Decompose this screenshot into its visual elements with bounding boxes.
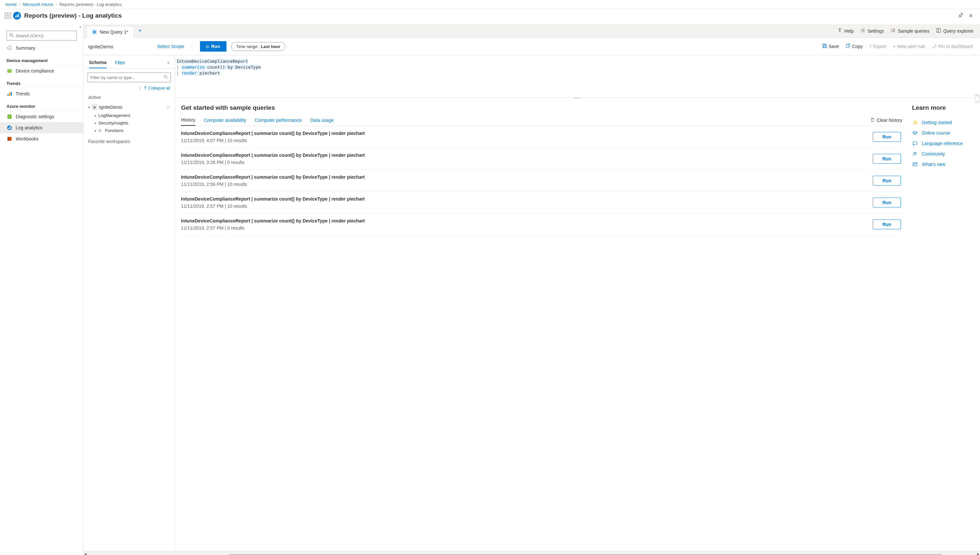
sidebar-item-device-compliance[interactable]: Device compliance xyxy=(0,65,84,77)
sidebar: « ⓘ Summary Device management Device com… xyxy=(0,24,84,555)
diagnostic-icon xyxy=(6,114,13,120)
query-tabs-row: New Query 1* + Help Settings Sample quer… xyxy=(84,24,980,38)
schema-workspace-label: IgniteDemo xyxy=(99,104,122,110)
save-button[interactable]: Save xyxy=(819,42,842,51)
export-button: ⤴Export xyxy=(867,42,889,50)
horizontal-splitter[interactable]: ••• xyxy=(175,96,980,99)
svg-rect-7 xyxy=(8,71,11,72)
learn-whats-new[interactable]: What's new xyxy=(912,159,976,170)
sidebar-search[interactable] xyxy=(6,31,77,40)
settings-button[interactable]: Settings xyxy=(857,26,887,36)
copy-button[interactable]: Copy xyxy=(843,42,865,51)
editor-pipe: | xyxy=(177,71,182,75)
gear-icon xyxy=(860,28,866,34)
history-run-button[interactable]: Run xyxy=(873,176,901,186)
sidebar-item-label: Device compliance xyxy=(16,68,54,74)
schema-child-securityinsights[interactable]: ▸SecurityInsights xyxy=(84,119,175,127)
learn-more-heading: Learn more xyxy=(912,104,976,111)
history-run-button[interactable]: Run xyxy=(873,197,901,207)
caret-right-icon: ▸ xyxy=(95,114,96,117)
schema-child-label: Functions xyxy=(105,128,123,133)
caret-right-icon: ▸ xyxy=(95,121,96,125)
collapse-all-link[interactable]: ⎸⤒ Collapse all xyxy=(140,86,170,90)
tab-schema[interactable]: Schema xyxy=(89,57,106,68)
scroll-right-icon[interactable]: ▶ xyxy=(977,552,979,555)
settings-label: Settings xyxy=(868,29,884,34)
toolbar: IgniteDemo Select Scope Run Time range :… xyxy=(84,38,980,55)
history-list[interactable]: IntuneDeviceComplianceReport | summarize… xyxy=(181,126,902,551)
history-meta: 11/11/2019, 2:59 PM | 10 results xyxy=(181,181,868,187)
tab-filter[interactable]: Filter xyxy=(115,58,125,68)
vertical-resize-handle[interactable]: ⌃⌄ xyxy=(975,95,979,103)
time-range-label: Time range : xyxy=(236,44,261,49)
sidebar-item-diagnostic-settings[interactable]: Diagnostic settings xyxy=(0,111,84,122)
export-label: Export xyxy=(873,44,886,49)
sidebar-item-log-analytics[interactable]: Log analytics xyxy=(0,122,84,133)
history-run-button[interactable]: Run xyxy=(873,154,901,164)
breadcrumb-intune[interactable]: Microsoft Intune xyxy=(23,2,53,7)
svg-rect-13 xyxy=(8,128,9,129)
query-explorer-button[interactable]: Query explorer xyxy=(933,26,977,36)
log-analytics-icon xyxy=(13,12,21,19)
run-button[interactable]: Run xyxy=(200,41,227,51)
schema-workspace-node[interactable]: ▾ ▦ IgniteDemo ☆ xyxy=(84,103,175,112)
history-query: IntuneDeviceComplianceReport | summarize… xyxy=(181,152,868,158)
sidebar-item-summary[interactable]: ⓘ Summary xyxy=(0,42,84,54)
select-scope-link[interactable]: Select Scope xyxy=(157,44,184,49)
book-icon xyxy=(837,28,842,34)
learn-community[interactable]: Community xyxy=(912,149,976,159)
star-icon[interactable]: ☆ xyxy=(166,104,170,110)
pin-icon xyxy=(932,44,937,49)
svg-rect-25 xyxy=(937,29,938,32)
learn-language-reference[interactable]: Language reference xyxy=(912,138,976,149)
sidebar-search-input[interactable] xyxy=(16,33,74,38)
help-button[interactable]: Help xyxy=(834,26,857,36)
tab-history[interactable]: History xyxy=(181,115,195,126)
horizontal-scrollbar[interactable]: ◀ ▶ xyxy=(84,551,980,555)
history-run-button[interactable]: Run xyxy=(873,132,901,142)
tab-data-usage[interactable]: Data usage xyxy=(310,115,334,125)
results-heading: Get started with sample queries xyxy=(181,104,902,111)
schema-search-input[interactable] xyxy=(90,75,164,80)
close-icon[interactable]: ✕ xyxy=(966,11,975,20)
breadcrumb: Home › Microsoft Intune › Reports (previ… xyxy=(0,0,980,9)
scroll-left-icon[interactable]: ◀ xyxy=(84,552,87,555)
new-query-tab[interactable]: + xyxy=(133,25,146,37)
wand-icon: ✨ xyxy=(912,120,918,125)
learn-online-course[interactable]: Online course xyxy=(912,128,976,138)
tab-computer-performance[interactable]: Computer performance xyxy=(255,115,302,125)
pin-label: Pin to dashboard xyxy=(938,44,973,49)
clear-history-button[interactable]: Clear history xyxy=(870,118,902,123)
svg-rect-1 xyxy=(17,15,18,18)
pin-icon[interactable] xyxy=(956,11,966,20)
learn-getting-started[interactable]: ✨Getting started xyxy=(912,117,976,128)
query-editor[interactable]: IntuneDeviceComplianceReport | summarize… xyxy=(175,55,980,98)
page-title: Reports (preview) - Log analytics xyxy=(24,12,956,19)
time-range-picker[interactable]: Time range : Last hour xyxy=(231,42,285,51)
history-run-button[interactable]: Run xyxy=(873,220,901,229)
save-icon xyxy=(822,43,827,49)
tab-computer-availability[interactable]: Computer availability xyxy=(204,115,246,125)
scrollbar-thumb[interactable] xyxy=(229,554,941,555)
sidebar-group-device-management: Device management xyxy=(0,54,84,65)
history-row: IntuneDeviceComplianceReport | summarize… xyxy=(181,213,901,236)
breadcrumb-home[interactable]: Home xyxy=(5,2,17,7)
apps-icon[interactable] xyxy=(5,13,11,19)
svg-point-18 xyxy=(862,30,864,31)
editor-column: IntuneDeviceComplianceReport | summarize… xyxy=(175,55,980,551)
sample-queries-button[interactable]: Sample queries xyxy=(887,26,933,36)
caret-down-icon: ▾ xyxy=(88,106,90,109)
log-analytics-icon xyxy=(6,125,13,131)
schema-child-functions[interactable]: ▸fxFunctions xyxy=(84,127,175,134)
svg-point-34 xyxy=(915,152,916,154)
schema-child-label: LogManagement xyxy=(98,113,130,118)
schema-search[interactable] xyxy=(88,72,171,82)
sidebar-item-trends[interactable]: Trends xyxy=(0,88,84,99)
collapse-sidebar-icon[interactable]: « xyxy=(79,25,81,29)
collapse-schema-icon[interactable]: « xyxy=(167,61,170,65)
sidebar-item-workbooks[interactable]: Workbooks xyxy=(0,133,84,144)
query-tab-1[interactable]: New Query 1* xyxy=(86,26,133,38)
schema-child-logmanagement[interactable]: ▸LogManagement xyxy=(84,112,175,119)
learn-label: Community xyxy=(922,151,945,156)
search-icon xyxy=(10,33,14,38)
